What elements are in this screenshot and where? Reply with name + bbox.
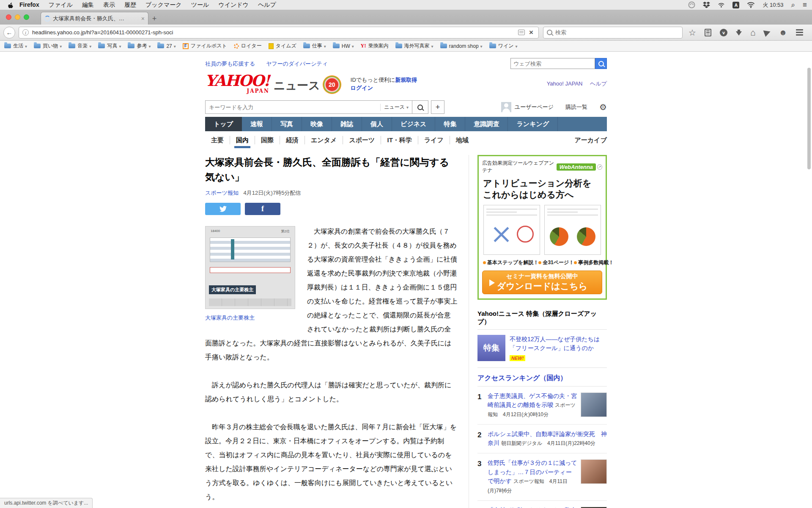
menu-item[interactable]: ツール: [191, 1, 209, 8]
add-search-button[interactable]: +: [431, 100, 444, 114]
bookmark-item[interactable]: HW: [333, 43, 354, 49]
ranking-item[interactable]: 4 「食材が無駄になりました...警察行きますよ」 居酒屋をブチ切れさせた早大サ…: [477, 501, 607, 508]
url-text[interactable]: headlines.yahoo.co.jp/hl?a=20160411-0000…: [32, 29, 514, 36]
menu-item[interactable]: 編集: [82, 1, 94, 8]
feature-item[interactable]: 特集 不登校12万人――なぜ子供たちは「フリースクール」に通うのか NEW!: [477, 330, 607, 368]
web-search-input[interactable]: [510, 58, 595, 69]
back-button[interactable]: ←: [3, 27, 15, 39]
menu-item[interactable]: Firefox: [19, 1, 39, 8]
nav-tab[interactable]: 写真: [272, 117, 302, 131]
article-source-link[interactable]: スポーツ報知: [205, 190, 239, 196]
menu-item[interactable]: ヘルプ: [258, 1, 276, 8]
bookmark-item[interactable]: 参考: [128, 42, 151, 50]
ranking-item[interactable]: 2 ポルシェ試乗中、自動車評論家が衝突死 神奈川 朝日新聞デジタル 4月11日(…: [477, 425, 607, 453]
dropbox-icon[interactable]: [703, 2, 710, 8]
minimize-window-button[interactable]: [15, 14, 20, 20]
subnav-tab[interactable]: IT・科学: [381, 136, 418, 144]
nav-tab[interactable]: 意識調査: [465, 117, 508, 131]
bookmark-item[interactable]: ロイター: [234, 42, 262, 50]
bookmark-item[interactable]: random shop: [440, 43, 483, 49]
help-link[interactable]: ヘルプ: [590, 80, 607, 87]
url-bar[interactable]: i headlines.yahoo.co.jp/hl?a=20160411-00…: [19, 27, 539, 39]
subnav-tab[interactable]: 経済: [280, 136, 305, 144]
menu-item[interactable]: 履歴: [124, 1, 136, 8]
subnav-tab[interactable]: スポーツ: [343, 136, 381, 144]
feature-link[interactable]: 不登校12万人――なぜ子供たちは「フリースクール」に通うのか: [510, 335, 607, 353]
search-scope-select[interactable]: ニュース: [380, 104, 409, 111]
user-page-link[interactable]: ユーザーページ: [515, 103, 554, 111]
close-window-button[interactable]: [6, 14, 11, 20]
facebook-share-button[interactable]: f: [245, 203, 280, 215]
bookmark-item[interactable]: タイムズ: [269, 42, 296, 50]
airport-icon[interactable]: [718, 2, 725, 8]
bookmark-item[interactable]: ワイン: [489, 42, 518, 50]
scrollbar-thumb[interactable]: [807, 68, 811, 169]
bookmark-item[interactable]: 写真: [98, 42, 121, 50]
portal-link[interactable]: Yahoo! JAPAN: [547, 80, 583, 87]
signup-link[interactable]: 新規取得: [395, 77, 417, 83]
bookmark-item[interactable]: 音楽: [69, 42, 91, 50]
nav-tab[interactable]: 映像: [302, 117, 332, 131]
nav-tab[interactable]: トップ: [205, 117, 242, 131]
bookmark-item[interactable]: 仕事: [303, 42, 326, 50]
creative-cloud-icon[interactable]: [688, 1, 695, 8]
twitter-share-button[interactable]: [205, 203, 241, 215]
web-search-button[interactable]: [595, 58, 607, 69]
webantenna-ad[interactable]: 広告効果測定ツールウェブアンテナ WebAntenna ↗ アトリビューション分…: [477, 155, 607, 300]
promo-link[interactable]: 社員の夢も応援する: [205, 61, 255, 67]
pocket-icon[interactable]: v: [720, 29, 727, 36]
article-figure[interactable]: 18400 第2位 大塚家具の主要株主 大塚家具の主要株主: [205, 226, 295, 322]
zoom-window-button[interactable]: [24, 14, 29, 20]
nav-tab[interactable]: ビジネス: [392, 117, 435, 131]
bookmark-item[interactable]: 27: [157, 43, 176, 49]
settings-gear-icon[interactable]: [599, 102, 607, 112]
stop-loading-icon[interactable]: ×: [529, 28, 533, 37]
browser-search-bar[interactable]: [543, 27, 683, 39]
subscription-link[interactable]: 購読一覧: [565, 103, 587, 111]
spotlight-icon[interactable]: [791, 1, 796, 9]
promo-link[interactable]: ヤフーのダイバーシティ: [266, 61, 328, 67]
ranking-item[interactable]: 3 佐野氏「仕事が３分の１に減ってしまった」…７日のパーティーで明かす スポーツ…: [477, 453, 607, 501]
browser-search-input[interactable]: [555, 29, 679, 36]
ad-download-button[interactable]: セミナー資料を無料公開中 ダウンロードはこちら: [482, 271, 602, 294]
menubar-clock[interactable]: 火 10:53: [763, 1, 783, 9]
menu-hamburger-icon[interactable]: [796, 29, 803, 36]
nav-tab[interactable]: 雑誌: [332, 117, 362, 131]
bookmark-item[interactable]: 買い物: [34, 42, 62, 50]
wifi-icon[interactable]: [747, 2, 755, 8]
notification-center-icon[interactable]: [803, 1, 807, 9]
tab-close-icon[interactable]: ×: [141, 15, 145, 22]
reader-mode-icon[interactable]: [518, 30, 525, 35]
article-image[interactable]: 18400 第2位 大塚家具の主要株主: [205, 226, 295, 309]
bookmark-star-icon[interactable]: [689, 28, 696, 37]
subnav-tab[interactable]: ライフ: [418, 136, 450, 144]
nav-tab[interactable]: 個人: [362, 117, 392, 131]
new-tab-button[interactable]: +: [148, 13, 160, 25]
bookmark-item[interactable]: Y! 乗換案内: [361, 42, 389, 50]
user-avatar-icon[interactable]: [501, 102, 511, 112]
ranking-item[interactable]: 1 金子恵美議員、ゲス不倫の夫・宮崎前議員との離婚を示唆 スポーツ報知 4月12…: [477, 387, 607, 425]
subnav-tab[interactable]: 地域: [450, 136, 475, 144]
subnav-tab[interactable]: 主要: [205, 136, 230, 144]
menu-item[interactable]: 表示: [103, 1, 115, 8]
ranking-thumbnail[interactable]: [581, 459, 607, 484]
downloads-icon[interactable]: [736, 31, 742, 36]
login-link[interactable]: ログイン: [351, 85, 373, 91]
news-search-field[interactable]: ニュース: [205, 100, 412, 114]
apple-menu-icon[interactable]: [8, 2, 14, 8]
home-icon[interactable]: [750, 28, 756, 37]
ranking-thumbnail[interactable]: [581, 392, 607, 417]
archive-link[interactable]: アーカイブ: [575, 136, 607, 144]
bookmarks-sidebar-icon[interactable]: [705, 29, 711, 36]
input-source-icon[interactable]: A: [732, 2, 739, 8]
site-info-icon[interactable]: i: [22, 29, 29, 36]
ranking-heading[interactable]: アクセスランキング（国内）: [477, 374, 607, 387]
bookmark-item[interactable]: F ファイルポスト: [183, 42, 227, 50]
share-icon[interactable]: [763, 28, 771, 36]
menu-item[interactable]: ウインドウ: [218, 1, 249, 8]
news-search-input[interactable]: [209, 104, 380, 110]
subnav-tab[interactable]: 国内: [230, 136, 255, 144]
browser-tab[interactable]: 大塚家具前会長・勝久氏、… ×: [41, 12, 148, 25]
extension-smiley-icon[interactable]: [779, 28, 787, 36]
nav-tab[interactable]: 速報: [242, 117, 272, 131]
